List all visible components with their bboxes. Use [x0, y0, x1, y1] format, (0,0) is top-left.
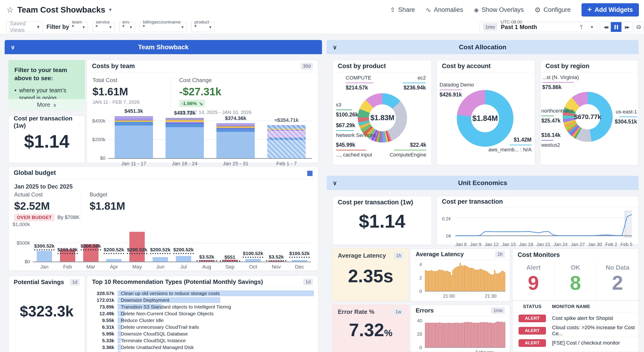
errors-bar	[487, 322, 488, 347]
bar-column[interactable]: $433.72k	[159, 116, 210, 158]
recommendation-value: 6.31k	[87, 324, 114, 330]
x-axis-tick: Jan 18	[519, 242, 533, 247]
recommendation-row[interactable]: 5.99kDownsize CloudSQL Database	[87, 330, 318, 337]
widget-title-row: Cost per transaction (1w)	[333, 196, 432, 208]
cost-stats-row: Total Cost $1.61M JAN 11 - FEB 7, 2026 C…	[87, 72, 318, 115]
filter-field-product[interactable]: product*	[191, 22, 214, 32]
recommendation-label: Delete unnecessary CloudTrail trails	[121, 324, 199, 330]
cost-per-transaction-chart-widget: Cost per transaction 0.2¢ 0¢ Jan 6Jan 9J…	[436, 196, 639, 245]
table-row[interactable]: ALERTCost spike alert for Shopist	[512, 312, 638, 324]
budget-bar-column[interactable]: $200.52kJun	[149, 225, 172, 261]
errors-bar	[434, 323, 435, 347]
widget-title: Cost by account	[442, 63, 491, 70]
filter-field-env[interactable]: env*	[119, 22, 135, 32]
recommendation-row[interactable]: 6.31kDelete unnecessary CloudTrail trail…	[87, 324, 318, 330]
filter-field-service[interactable]: service*	[92, 22, 114, 32]
show-overlays-button[interactable]: Show Overlays	[474, 6, 524, 14]
errors-bar	[504, 322, 505, 347]
budget-bar-column[interactable]: $200.52kApr	[102, 225, 126, 261]
recommendation-row[interactable]: 3.36kDelete Unattached Managed Disk	[87, 344, 318, 350]
budget-threshold-line	[104, 253, 124, 254]
budget-bar-column[interactable]: $200.52kJul	[172, 225, 195, 261]
bar-column[interactable]: ≈$354.71k	[261, 116, 312, 158]
time-range-selector[interactable]: UTC-08:00 1mo Past 1 Month	[480, 22, 597, 32]
pin-icon[interactable]	[580, 25, 582, 27]
errors-bar	[454, 323, 455, 347]
latency-bar	[436, 271, 438, 291]
budget-bar-column[interactable]: $200.52kMay	[126, 225, 149, 261]
stacked-bar	[114, 116, 153, 158]
line-chart[interactable]	[455, 208, 632, 243]
recommendation-value: 5.33k	[87, 338, 114, 343]
widget-title: Errors	[416, 307, 434, 314]
widget-title: Global budget	[14, 169, 56, 176]
timezone-label: UTC-08:00	[500, 20, 524, 25]
slice-name: westus2	[541, 142, 560, 149]
recommendation-row[interactable]: 12.49kDelete Non-Current Cloud Storage O…	[87, 310, 318, 317]
bar-total-label: $433.72k	[174, 110, 196, 116]
bar-column[interactable]: $451.3k	[108, 116, 159, 158]
recommendation-row[interactable]: 73.89kTransition S3 Standard objects to …	[87, 303, 318, 310]
budget-bar-column[interactable]: $300.52kJan	[33, 225, 56, 261]
budget-label: $551	[224, 254, 235, 260]
zoom-out-button[interactable]	[634, 22, 644, 32]
latency-bar-chart[interactable]	[425, 264, 505, 291]
favorite-star-icon[interactable]	[6, 5, 14, 15]
recommendation-row[interactable]: 172.01kDownsize Deployment	[87, 297, 318, 303]
errors-bar-chart[interactable]	[425, 320, 505, 348]
filter-field-team[interactable]: team*	[69, 22, 88, 32]
add-widgets-button[interactable]: Add Widgets	[582, 3, 639, 17]
x-axis-label: Jan 11 - 17	[108, 161, 159, 167]
global-budget-chart[interactable]: $0 $500k $1,000k $300.52kJan$200.52kFeb$…	[33, 225, 311, 262]
filter-field-billingaccountname[interactable]: billingaccountname*	[140, 22, 186, 32]
budget-bar-column[interactable]: $3.52kNov	[264, 225, 288, 261]
table-row[interactable]: ALERT[FSE] Cost / checkout monitor	[512, 337, 638, 349]
calendar-icon[interactable]	[307, 169, 313, 177]
budget-threshold-line	[173, 253, 194, 254]
recommendation-row[interactable]: 9.55kReduce Cluster Idle	[87, 317, 318, 324]
collapse-chevron-icon[interactable]	[333, 44, 337, 51]
errors-bar	[428, 323, 429, 347]
timeframe-badge: 1h	[495, 251, 505, 258]
recommendation-row[interactable]: 5.33kTerminate CloudSQL Instance	[87, 337, 318, 344]
errors-bar	[439, 322, 440, 347]
share-button[interactable]: Share	[390, 6, 415, 14]
errors-bar	[486, 322, 487, 347]
rewind-button[interactable]	[600, 22, 611, 32]
nodata-count-block: No Data 2	[596, 261, 638, 300]
budget-bar-column[interactable]: $3.52kAug	[195, 225, 218, 261]
latency-bar	[460, 263, 461, 291]
anomalies-button[interactable]: Anomalies	[426, 6, 463, 14]
recommendation-row[interactable]: 3.24kTerminate Compute Instance	[87, 350, 318, 352]
bar-segment	[114, 122, 153, 126]
configure-button[interactable]: Configure	[534, 6, 571, 14]
fast-forward-button[interactable]	[622, 22, 632, 32]
recommendation-row[interactable]: 328.57kClean up old versions to reduce s…	[87, 290, 318, 297]
recommendation-value: 172.01k	[87, 297, 114, 303]
costs-by-team-chart[interactable]: $0 $200k $400k $451.3k$433.72k$374.36k≈$…	[108, 116, 312, 159]
callout-aws-member: $1.42M aws_memb... : N/A	[488, 137, 532, 153]
cost-allocation-header: Cost Allocation	[327, 40, 639, 54]
y-axis-tick: 4	[419, 262, 422, 267]
budget-bar-column[interactable]: $100.52kDec	[288, 225, 311, 261]
slice-name: northcentralus	[541, 108, 574, 114]
collapse-chevron-icon[interactable]	[333, 179, 337, 187]
budget-bar-column[interactable]: $100.52kOct	[242, 225, 264, 261]
budget-bar-column[interactable]: $200.52kFeb	[56, 225, 79, 261]
slice-name: ..., cached input	[336, 152, 372, 158]
bar-column[interactable]: $374.36k	[210, 116, 261, 158]
pause-button[interactable]	[611, 22, 622, 32]
errors-bar	[494, 323, 495, 347]
budget-bar-column[interactable]: $551Sep	[218, 225, 242, 261]
nodata-count: 2	[596, 271, 638, 294]
title-dropdown-caret-icon[interactable]	[109, 7, 112, 13]
bar-segment	[166, 127, 204, 158]
more-button[interactable]: More	[8, 99, 85, 110]
alert-count: 9	[512, 271, 554, 294]
table-row[interactable]: ALERTCloud costs: >20% increase for Cost…	[512, 324, 638, 337]
collapse-chevron-icon[interactable]	[11, 44, 15, 51]
x-axis-tick: Jan 12	[485, 242, 498, 247]
x-axis-label: Jun	[149, 264, 172, 270]
saved-views-dropdown[interactable]: Saved Views	[6, 21, 43, 32]
budget-bar-column[interactable]: $300.58kMar	[79, 225, 102, 261]
